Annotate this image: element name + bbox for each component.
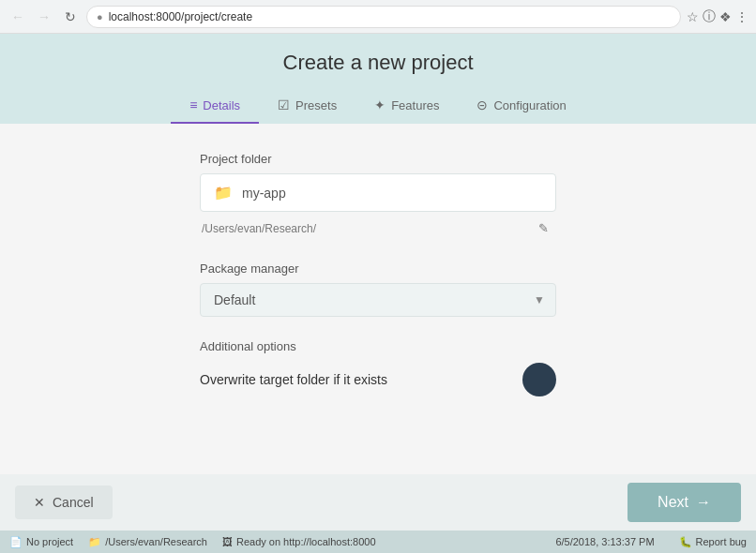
project-folder-box[interactable]: 📁 my-app bbox=[200, 173, 556, 212]
project-folder-label: Project folder bbox=[200, 152, 556, 166]
forward-button[interactable]: → bbox=[34, 7, 54, 27]
overwrite-option-row: Overwrite target folder if it exists bbox=[200, 363, 556, 396]
datetime-text: 6/5/2018, 3:13:37 PM bbox=[555, 536, 654, 547]
additional-options-label: Additional options bbox=[200, 339, 556, 353]
package-manager-select[interactable]: Default npm yarn bbox=[200, 283, 556, 317]
footer: ✕ Cancel Next → bbox=[0, 474, 756, 531]
folder-name-text: my-app bbox=[242, 186, 286, 201]
server-item: 🖼 Ready on http://localhost:8000 bbox=[222, 536, 376, 547]
tab-details[interactable]: ≡ Details bbox=[171, 90, 259, 124]
next-button[interactable]: Next → bbox=[627, 483, 741, 522]
path-item: 📁 /Users/evan/Research bbox=[88, 536, 207, 548]
form-area: Project folder 📁 my-app /Users/evan/Rese… bbox=[0, 124, 756, 474]
tab-features[interactable]: ✦ Features bbox=[355, 90, 458, 124]
overwrite-toggle[interactable] bbox=[522, 363, 556, 396]
report-bug-text: Report bug bbox=[696, 536, 747, 547]
tab-details-label: Details bbox=[203, 98, 240, 112]
info-button[interactable]: ⓘ bbox=[703, 8, 716, 25]
status-path-text: /Users/evan/Research bbox=[105, 536, 207, 547]
back-button[interactable]: ← bbox=[8, 7, 28, 27]
datetime-item: 6/5/2018, 3:13:37 PM bbox=[555, 536, 654, 547]
page-title: Create a new project bbox=[19, 51, 737, 75]
bug-icon: 🐛 bbox=[679, 536, 692, 548]
next-label: Next bbox=[658, 494, 688, 511]
features-icon: ✦ bbox=[374, 97, 386, 112]
browser-chrome: ← → ↻ ● localhost:8000/project/create ☆ … bbox=[0, 0, 756, 34]
edit-path-button[interactable]: ✎ bbox=[533, 217, 554, 239]
url-text: localhost:8000/project/create bbox=[109, 10, 671, 23]
tab-config-label: Configuration bbox=[493, 98, 566, 112]
main-content: Create a new project ≡ Details ☑ Presets… bbox=[0, 34, 756, 531]
no-project-item: 📄 No project bbox=[9, 536, 73, 548]
project-icon: 📄 bbox=[9, 536, 23, 548]
package-manager-select-wrapper: Default npm yarn ▼ bbox=[200, 283, 556, 317]
details-icon: ≡ bbox=[189, 97, 197, 112]
tabs-bar: ≡ Details ☑ Presets ✦ Features ⊝ Configu… bbox=[19, 90, 737, 124]
folder-status-icon: 📁 bbox=[88, 536, 101, 548]
star-button[interactable]: ☆ bbox=[687, 9, 699, 24]
report-bug-item[interactable]: 🐛 Report bug bbox=[679, 536, 747, 548]
overwrite-label: Overwrite target folder if it exists bbox=[200, 372, 387, 387]
next-arrow-icon: → bbox=[696, 494, 711, 511]
browser-actions: ☆ ⓘ ❖ ⋮ bbox=[687, 8, 748, 25]
tab-features-label: Features bbox=[391, 98, 439, 112]
lock-icon: ● bbox=[97, 11, 103, 22]
form-inner: Project folder 📁 my-app /Users/evan/Rese… bbox=[200, 152, 556, 456]
folder-icon: 📁 bbox=[214, 184, 233, 202]
package-manager-group: Package manager Default npm yarn ▼ bbox=[200, 262, 556, 317]
page-header: Create a new project ≡ Details ☑ Presets… bbox=[0, 34, 756, 124]
extension-button[interactable]: ❖ bbox=[719, 9, 732, 24]
address-bar[interactable]: ● localhost:8000/project/create bbox=[86, 6, 681, 28]
cancel-button[interactable]: ✕ Cancel bbox=[15, 486, 113, 519]
additional-options-group: Additional options Overwrite target fold… bbox=[200, 339, 556, 396]
menu-button[interactable]: ⋮ bbox=[735, 9, 748, 24]
server-text: Ready on http://localhost:8000 bbox=[236, 536, 376, 547]
reload-button[interactable]: ↻ bbox=[60, 7, 81, 27]
tab-presets[interactable]: ☑ Presets bbox=[259, 90, 355, 124]
tab-configuration[interactable]: ⊝ Configuration bbox=[458, 90, 584, 124]
no-project-text: No project bbox=[26, 536, 73, 547]
folder-path-text: /Users/evan/Research/ bbox=[202, 222, 316, 235]
package-manager-label: Package manager bbox=[200, 262, 556, 276]
status-bar: 📄 No project 📁 /Users/evan/Research 🖼 Re… bbox=[0, 531, 756, 553]
cancel-label: Cancel bbox=[53, 495, 94, 510]
cancel-x-icon: ✕ bbox=[34, 495, 45, 510]
path-row: /Users/evan/Research/ ✎ bbox=[200, 217, 556, 239]
monitor-icon: 🖼 bbox=[222, 536, 233, 547]
project-folder-group: Project folder 📁 my-app /Users/evan/Rese… bbox=[200, 152, 556, 239]
presets-icon: ☑ bbox=[278, 97, 290, 112]
tab-presets-label: Presets bbox=[295, 98, 337, 112]
config-icon: ⊝ bbox=[476, 97, 488, 112]
